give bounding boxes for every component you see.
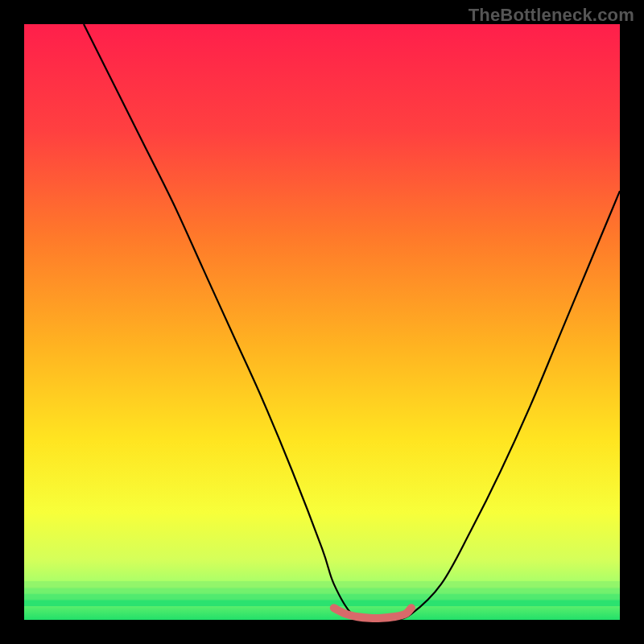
- plot-background: [24, 24, 620, 620]
- optimal-green-bands: [24, 581, 620, 606]
- chart-frame: TheBottleneck.com: [0, 0, 644, 644]
- watermark-text: TheBottleneck.com: [469, 5, 634, 26]
- bottleneck-chart: [0, 0, 644, 644]
- svg-rect-3: [24, 581, 620, 588]
